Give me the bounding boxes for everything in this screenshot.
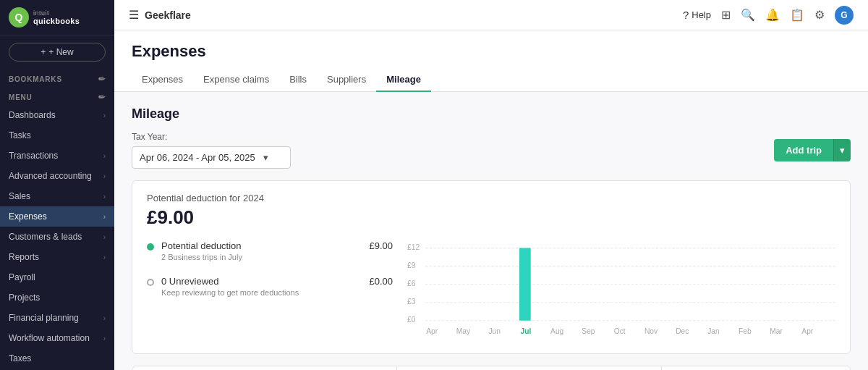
- svg-text:Jan: Jan: [707, 327, 720, 335]
- vehicle-section: 🚗 My vehicle Primary vehicle Manage vehi…: [397, 366, 662, 370]
- green-dot-icon: [147, 243, 154, 251]
- chevron-right-icon: ›: [103, 172, 106, 180]
- bookmarks-label: BOOKMARKS: [9, 75, 62, 83]
- tab-suppliers[interactable]: Suppliers: [317, 68, 376, 92]
- sidebar-item-transactions[interactable]: Transactions ›: [0, 146, 114, 166]
- unreviewed-sub: Keep reviewing to get more deductions: [161, 288, 362, 297]
- chevron-right-icon: ›: [103, 112, 106, 119]
- new-button[interactable]: + + New: [9, 43, 106, 62]
- page-header: Expenses: [114, 30, 868, 61]
- add-trip-button[interactable]: Add trip: [774, 139, 833, 161]
- sidebar-item-label-financial-planning: Financial planning: [9, 313, 79, 323]
- svg-rect-25: [519, 248, 531, 321]
- help-button[interactable]: ? Help: [683, 9, 711, 21]
- chevron-right-icon: ›: [103, 213, 106, 221]
- deduction-heading: Potential deduction for 2024: [147, 193, 835, 203]
- potential-deduction-value: £9.00: [369, 240, 393, 251]
- svg-text:Nov: Nov: [644, 327, 658, 335]
- menu-section[interactable]: MENU ✏: [0, 87, 114, 105]
- sidebar-item-label-expenses: Expenses: [9, 211, 47, 222]
- deduction-item-potential: Potential deduction 2 Business trips in …: [147, 240, 393, 261]
- tax-year-select[interactable]: Apr 06, 2024 - Apr 05, 2025 ▾: [132, 146, 291, 169]
- sidebar-item-financial-planning[interactable]: Financial planning ›: [0, 308, 114, 328]
- tab-mileage[interactable]: Mileage: [376, 68, 431, 92]
- help-circle-icon: ?: [683, 9, 689, 21]
- mileage-chart: £12 £9 £6 £3 £0 Apr: [407, 240, 835, 342]
- plus-icon: +: [41, 47, 46, 57]
- svg-text:£3: £3: [407, 298, 416, 306]
- deduction-item-unreviewed: 0 Unreviewed Keep reviewing to get more …: [147, 276, 393, 297]
- sidebar-item-projects[interactable]: Projects: [0, 287, 114, 308]
- chevron-right-icon: ›: [103, 314, 106, 322]
- sidebar-item-label-transactions: Transactions: [9, 151, 58, 161]
- mileage-chart-svg: £12 £9 £6 £3 £0 Apr: [407, 240, 835, 342]
- tax-year-value: Apr 06, 2024 - Apr 05, 2025: [140, 152, 255, 163]
- svg-text:Jun: Jun: [488, 327, 501, 335]
- sidebar-item-sales[interactable]: Sales ›: [0, 186, 114, 206]
- deduction-body: Potential deduction 2 Business trips in …: [147, 240, 835, 342]
- menu-edit-icon: ✏: [98, 93, 106, 102]
- sidebar-item-advanced-accounting[interactable]: Advanced accounting ›: [0, 166, 114, 186]
- svg-text:Q: Q: [15, 12, 23, 23]
- svg-text:£9: £9: [407, 261, 416, 269]
- svg-text:£6: £6: [407, 279, 416, 287]
- deduction-card: Potential deduction for 2024 £9.00 Poten…: [132, 180, 851, 354]
- bookmarks-section[interactable]: BOOKMARKS ✏: [0, 69, 114, 87]
- sidebar-item-dashboards[interactable]: Dashboards ›: [0, 105, 114, 125]
- svg-text:Feb: Feb: [739, 327, 752, 335]
- svg-text:Oct: Oct: [614, 327, 626, 335]
- tab-bills[interactable]: Bills: [279, 68, 317, 92]
- sidebar-item-label-sales: Sales: [9, 191, 30, 201]
- logo: Q intuit quickbooks: [0, 0, 114, 35]
- rate-section: £0.45 Per mile You're driving towards a …: [662, 366, 850, 370]
- unreviewed-label: 0 Unreviewed: [161, 276, 362, 287]
- sidebar-item-label-payroll: Payroll: [9, 272, 35, 282]
- potential-deduction-content: Potential deduction 2 Business trips in …: [161, 240, 362, 261]
- search-icon[interactable]: 🔍: [741, 8, 755, 22]
- sidebar-item-label-taxes: Taxes: [9, 353, 31, 363]
- svg-text:£12: £12: [407, 243, 420, 251]
- sidebar-item-taxes[interactable]: Taxes: [0, 348, 114, 369]
- sidebar-item-label-reports: Reports: [9, 252, 39, 262]
- sidebar-item-payroll[interactable]: Payroll: [0, 267, 114, 287]
- main-content: ☰ Geekflare ? Help ⊞ 🔍 🔔 📋 ⚙ G Expenses …: [114, 0, 868, 370]
- tab-expense-claims[interactable]: Expense claims: [193, 68, 279, 92]
- company-name: Geekflare: [145, 9, 191, 21]
- unreviewed-content: 0 Unreviewed Keep reviewing to get more …: [161, 276, 362, 297]
- sidebar-item-customers-leads[interactable]: Customers & leads ›: [0, 227, 114, 247]
- chevron-right-icon: ›: [103, 335, 106, 342]
- bottom-info: ⊙ 20.00 Total business miles 20.00 Total…: [132, 366, 851, 370]
- gray-dot-icon: [147, 279, 154, 286]
- page-title: Expenses: [132, 42, 851, 61]
- new-button-label: + New: [48, 47, 73, 57]
- mileage-title: Mileage: [132, 106, 851, 122]
- logo-intuit: intuit: [33, 9, 80, 17]
- add-trip-caret-button[interactable]: ▾: [833, 139, 851, 161]
- page-area: Expenses Expenses Expense claims Bills S…: [114, 30, 868, 370]
- potential-deduction-sub: 2 Business trips in July: [161, 253, 362, 261]
- avatar[interactable]: G: [835, 6, 854, 25]
- clipboard-icon[interactable]: 📋: [790, 8, 804, 22]
- deduction-items: Potential deduction 2 Business trips in …: [147, 240, 393, 342]
- svg-text:Dec: Dec: [676, 327, 689, 335]
- sidebar-item-label-projects: Projects: [9, 293, 40, 303]
- sidebar-item-workflow-automation[interactable]: Workflow automation ›: [0, 328, 114, 348]
- sidebar-item-tasks[interactable]: Tasks: [0, 125, 114, 146]
- bell-icon[interactable]: 🔔: [765, 8, 780, 22]
- menu-label: MENU: [9, 93, 33, 101]
- miles-section: ⊙ 20.00 Total business miles 20.00 Total…: [132, 366, 397, 370]
- tab-expenses[interactable]: Expenses: [132, 68, 193, 92]
- sidebar-item-label-advanced-accounting: Advanced accounting: [9, 171, 92, 181]
- sidebar-item-expenses[interactable]: Expenses ›: [0, 206, 114, 227]
- mileage-section: Mileage Tax Year: Apr 06, 2024 - Apr 05,…: [114, 92, 868, 370]
- unreviewed-value: £0.00: [369, 276, 393, 287]
- gear-icon[interactable]: ⚙: [814, 8, 825, 22]
- edit-icon: ✏: [98, 75, 106, 84]
- svg-text:Apr: Apr: [426, 327, 438, 335]
- hamburger-icon[interactable]: ☰: [129, 8, 139, 22]
- svg-text:May: May: [456, 327, 471, 335]
- grid-icon[interactable]: ⊞: [721, 8, 731, 22]
- sidebar-item-reports[interactable]: Reports ›: [0, 247, 114, 267]
- chevron-down-icon: ▾: [263, 152, 268, 163]
- logo-quickbooks: quickbooks: [33, 17, 80, 25]
